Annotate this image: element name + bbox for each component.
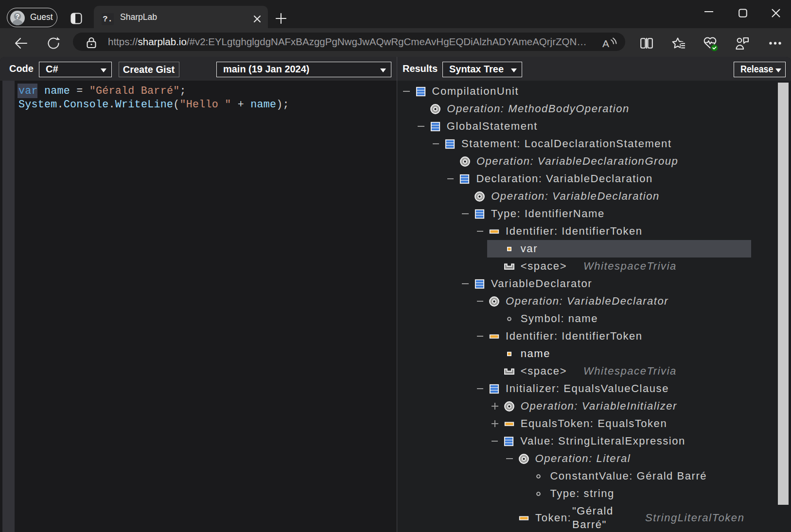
svg-text:?: ? [16, 13, 20, 20]
svg-text:A: A [602, 38, 609, 49]
